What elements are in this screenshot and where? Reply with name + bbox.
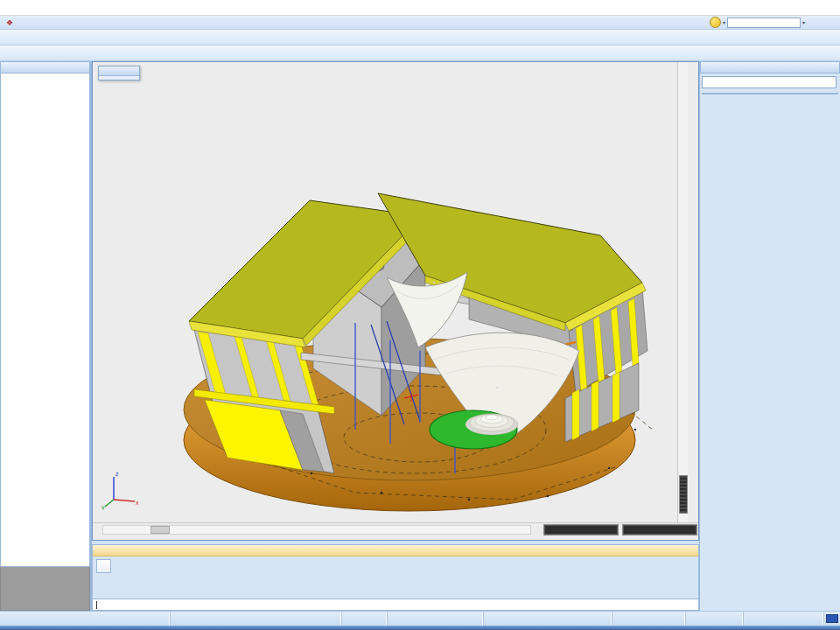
- status-bar: [0, 611, 840, 626]
- viewport-hscrollbar[interactable]: [102, 525, 531, 535]
- status-action-hint: [484, 612, 612, 626]
- axis-triad: z x y: [102, 466, 142, 510]
- menu-tree-panel: [0, 61, 92, 611]
- viewport-window: z x y: [92, 61, 699, 541]
- status-units[interactable]: [342, 612, 388, 626]
- activity-display: [622, 524, 697, 536]
- menu-tree-titlebar: [0, 61, 90, 74]
- properties-combobox[interactable]: [702, 76, 836, 88]
- status-snap-mode[interactable]: [612, 612, 686, 626]
- mdi-close-button[interactable]: [828, 18, 838, 27]
- axis-z-label: z: [116, 471, 119, 477]
- properties-actions2: [700, 89, 840, 91]
- window-bottom-edge: [0, 626, 840, 630]
- search-dropdown-icon[interactable]: ▾: [802, 19, 805, 25]
- properties-table: [702, 93, 838, 94]
- toolbar-row2: [0, 46, 840, 61]
- text-caret: [96, 601, 97, 609]
- command-line-panel: [92, 544, 699, 611]
- close-button[interactable]: [817, 2, 836, 14]
- scroll-left-icon[interactable]: [94, 526, 102, 535]
- properties-panel: [699, 61, 840, 611]
- scia-engineer-window: { "window": { "icon_glyph": "❖", "title"…: [0, 0, 840, 630]
- maximize-button[interactable]: [794, 2, 814, 14]
- status-filter[interactable]: [686, 612, 744, 626]
- view-toolbar-panel: [98, 66, 140, 80]
- activity-display: [543, 524, 619, 536]
- properties-titlebar: [700, 61, 840, 74]
- command-input[interactable]: [93, 598, 698, 610]
- status-plane[interactable]: [388, 612, 484, 626]
- green-playground: [430, 410, 518, 449]
- scroll-right-icon[interactable]: [532, 526, 540, 535]
- status-cell-empty: [0, 612, 171, 626]
- command-line-titlebar: [93, 545, 698, 556]
- mdi-document-icon: ❖: [2, 18, 18, 27]
- axis-y-label: y: [102, 504, 105, 510]
- view-toolbar-titlebar: [99, 66, 139, 76]
- help-smiley-icon[interactable]: [710, 17, 721, 28]
- help-dropdown-icon[interactable]: ▾: [723, 19, 725, 25]
- node-dot: [496, 387, 498, 388]
- view-toolbar-icons: [99, 76, 139, 80]
- mdi-minimize-button[interactable]: [807, 18, 817, 27]
- pointer-mode-button[interactable]: [96, 559, 111, 573]
- vscroll-thumb[interactable]: [679, 475, 688, 514]
- menu-bar: ❖ ▾ ▾: [0, 16, 840, 30]
- menu-tree-empty-area: [0, 567, 90, 611]
- status-cell-empty: [171, 612, 342, 626]
- menu-tree-list: [0, 74, 90, 567]
- node-dot: [433, 282, 435, 284]
- command-line-body: [93, 556, 698, 598]
- model-3d[interactable]: [93, 62, 688, 522]
- axis-x-label: x: [136, 500, 139, 506]
- minimize-button[interactable]: [772, 2, 791, 14]
- mdi-restore-button[interactable]: [817, 18, 828, 27]
- title-bar: [0, 0, 840, 16]
- status-current-ucs[interactable]: [744, 612, 824, 626]
- ucs-icon[interactable]: [826, 614, 838, 623]
- toolbar-row1: [0, 30, 840, 46]
- viewport-bottom-bar: [93, 522, 698, 536]
- viewport-canvas[interactable]: z x y: [93, 62, 688, 522]
- properties-combo-row: [700, 74, 840, 89]
- viewport-vscrollbar[interactable]: [677, 62, 688, 522]
- hscroll-thumb[interactable]: [150, 526, 170, 534]
- help-search-input[interactable]: [727, 18, 801, 28]
